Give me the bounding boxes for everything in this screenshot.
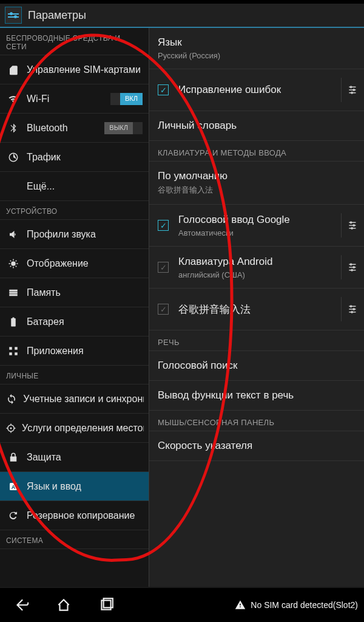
sidebar-item-display[interactable]: Отображение — [0, 249, 149, 278]
personal-dictionary-row[interactable]: Личный словарь — [149, 111, 364, 141]
sidebar-item-label: Ещё... — [27, 181, 55, 192]
ime-google-voice-row[interactable]: ✓ Голосовой ввод Google Автоматически — [149, 205, 364, 247]
home-button[interactable] — [42, 597, 85, 613]
sidebar-item-label: Профили звука — [27, 229, 96, 240]
ime-label: Клавиатура Android — [178, 256, 272, 268]
ime-settings-icon[interactable] — [341, 255, 359, 279]
ime-android-keyboard-row[interactable]: ✓ Клавиатура Android английский (США) — [149, 247, 364, 289]
pointer-speed-row[interactable]: Скорость указателя — [149, 431, 364, 461]
default-ime-row[interactable]: По умолчанию 谷歌拼音输入法 — [149, 162, 364, 205]
tts-label: Вывод функции текст в речь — [158, 389, 294, 402]
language-title: Язык — [158, 36, 220, 49]
ime-settings-icon[interactable] — [341, 297, 359, 321]
svg-point-20 — [353, 266, 355, 268]
display-icon — [5, 258, 22, 269]
ime-label: Голосовой ввод Google — [178, 214, 290, 226]
sidebar-item-location[interactable]: Услуги определения местоположения — [0, 414, 149, 443]
recent-button[interactable] — [85, 597, 127, 613]
svg-point-1 — [11, 261, 16, 266]
personal-dictionary-label: Личный словарь — [158, 120, 237, 132]
ime-sub: английский (США) — [178, 270, 272, 279]
backup-icon — [5, 510, 22, 521]
back-button[interactable] — [0, 597, 42, 613]
svg-point-22 — [350, 306, 352, 307]
svg-point-21 — [351, 269, 353, 271]
sim-icon — [5, 64, 22, 75]
mouse-section-header: МЫШЬ/СЕНСОРНАЯ ПАНЕЛЬ — [149, 411, 364, 431]
wifi-toggle[interactable]: ВКЛ — [110, 93, 143, 105]
sidebar-item-storage[interactable]: Память — [0, 278, 149, 307]
language-icon: A — [5, 481, 22, 492]
sidebar-item-label: Услуги определения местоположения — [22, 423, 144, 434]
sidebar-item-data-usage[interactable]: Трафик — [0, 143, 149, 172]
sidebar-item-sim[interactable]: Управление SIM-картами — [0, 55, 149, 84]
sidebar-item-label: Управление SIM-картами — [27, 64, 141, 75]
section-header-wireless: БЕСПРОВОДНЫЕ СРЕДСТВА И СЕТИ — [0, 28, 149, 55]
voice-search-label: Голосовой поиск — [158, 360, 237, 372]
language-row[interactable]: Язык Русский (Россия) — [149, 28, 364, 69]
language-value: Русский (Россия) — [158, 51, 220, 60]
ime-settings-icon[interactable] — [341, 213, 359, 238]
sidebar-item-battery[interactable]: Батарея — [0, 307, 149, 337]
sidebar-item-label: Язык и ввод — [27, 481, 81, 492]
sidebar-item-label: Память — [27, 287, 61, 298]
sidebar-item-more[interactable]: Ещё... — [0, 172, 149, 201]
no-sim-text: No SIM card detected(Slot2) — [251, 600, 358, 610]
no-sim-notification[interactable]: No SIM card detected(Slot2) — [235, 600, 358, 610]
pointer-speed-label: Скорость указателя — [158, 440, 252, 452]
wifi-icon — [5, 94, 22, 104]
svg-rect-7 — [9, 352, 12, 355]
default-ime-value: 谷歌拼音输入法 — [158, 185, 228, 196]
svg-point-19 — [350, 264, 352, 265]
svg-text:A: A — [12, 484, 16, 490]
sidebar-item-backup[interactable]: Резервное копирование — [0, 501, 149, 530]
sidebar-item-label: Учетные записи и синхронизация — [23, 394, 144, 405]
sync-icon — [5, 394, 18, 405]
section-header-system: СИСТЕМА — [0, 530, 149, 549]
ime-google-pinyin-row[interactable]: ✓ 谷歌拼音输入法 — [149, 289, 364, 330]
location-icon — [5, 423, 17, 434]
section-header-device: УСТРОЙСТВО — [0, 201, 149, 220]
data-icon — [5, 152, 22, 163]
svg-point-17 — [353, 224, 355, 226]
ime-sub: Автоматически — [178, 228, 290, 238]
voice-search-row[interactable]: Голосовой поиск — [149, 351, 364, 381]
sidebar-item-security[interactable]: Защита — [0, 443, 149, 472]
svg-point-16 — [350, 222, 352, 224]
spellcheck-label: Исправление ошибок — [178, 84, 281, 96]
svg-point-14 — [353, 89, 355, 91]
svg-rect-2 — [9, 289, 18, 291]
ime-checkbox[interactable]: ✓ — [158, 262, 169, 273]
apps-icon — [5, 346, 22, 357]
speech-section-header: РЕЧЬ — [149, 330, 364, 351]
sidebar-item-wifi[interactable]: Wi-Fi ВКЛ — [0, 84, 149, 114]
sidebar-item-label: Отображение — [27, 258, 89, 269]
svg-point-24 — [351, 311, 353, 313]
sidebar-item-language[interactable]: A Язык и ввод — [0, 472, 149, 501]
storage-icon — [5, 287, 22, 298]
svg-rect-5 — [9, 347, 12, 350]
sidebar-item-apps[interactable]: Приложения — [0, 337, 149, 366]
ime-checkbox[interactable]: ✓ — [158, 220, 169, 231]
sidebar-item-audio[interactable]: Профили звука — [0, 220, 149, 249]
ime-label: 谷歌拼音输入法 — [178, 302, 251, 316]
spellcheck-row[interactable]: ✓ Исправление ошибок — [149, 69, 364, 111]
tts-row[interactable]: Вывод функции текст в речь — [149, 381, 364, 411]
svg-rect-3 — [9, 292, 18, 293]
sidebar-item-label: Wi-Fi — [27, 94, 49, 104]
svg-point-10 — [10, 427, 12, 429]
spellcheck-checkbox[interactable]: ✓ — [158, 84, 169, 95]
section-header-personal: ЛИЧНЫЕ — [0, 366, 149, 384]
svg-rect-6 — [15, 347, 18, 350]
sidebar-item-accounts[interactable]: Учетные записи и синхронизация — [0, 384, 149, 414]
ime-checkbox[interactable]: ✓ — [158, 304, 169, 315]
sidebar-item-label: Приложения — [27, 346, 84, 357]
spellcheck-settings-icon[interactable] — [341, 78, 359, 102]
bluetooth-toggle[interactable]: ВЫКЛ — [104, 122, 143, 134]
svg-rect-4 — [9, 294, 18, 296]
sidebar-item-bluetooth[interactable]: Bluetooth ВЫКЛ — [0, 114, 149, 143]
default-ime-title: По умолчанию — [158, 170, 228, 182]
sidebar-item-label: Трафик — [27, 152, 61, 163]
settings-app-icon — [5, 7, 22, 24]
svg-point-13 — [350, 86, 352, 88]
